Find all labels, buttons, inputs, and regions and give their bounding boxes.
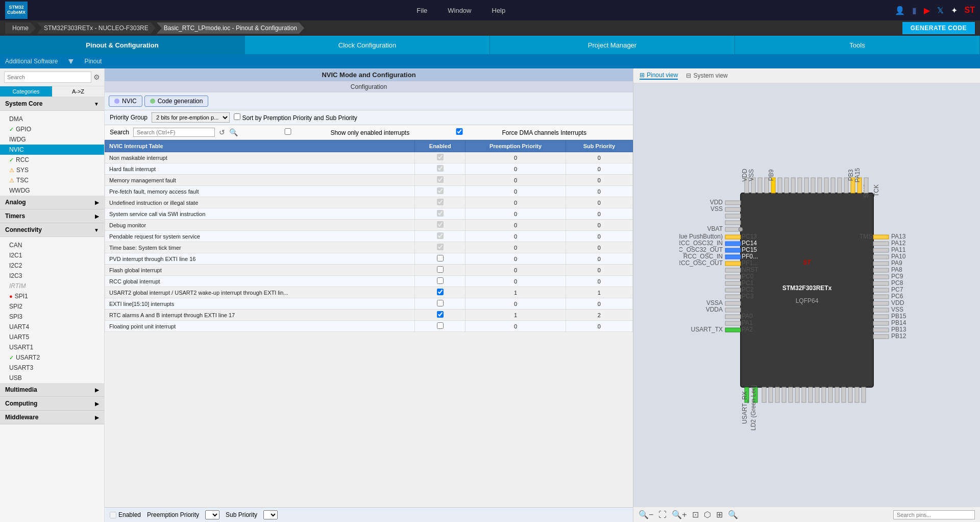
sidebar-item-tsc[interactable]: ⚠ TSC [0,175,104,185]
sidebar-section-multimedia-header[interactable]: Multimedia ▶ [0,383,104,397]
sidebar-tab-az[interactable]: A->Z [52,86,104,97]
sort-checkbox[interactable] [234,113,240,120]
sidebar-item-sys[interactable]: ⚠ SYS [0,165,104,175]
sidebar-item-spi2[interactable]: SPI2 [0,301,104,312]
breadcrumb-home[interactable]: Home [5,22,36,34]
force-dma-label[interactable]: Force DMA channels Interrupts [419,128,586,136]
sidebar-item-usart1[interactable]: USART1 [0,342,104,352]
enabled-checkbox[interactable] [437,277,444,284]
sidebar-item-wwdg[interactable]: WWDG [0,185,104,196]
enabled-checkbox[interactable] [437,176,444,183]
sidebar-section-connectivity-header[interactable]: Connectivity ▼ [0,223,104,237]
nvic-search-input[interactable] [133,128,215,137]
sidebar-item-can[interactable]: CAN [0,240,104,250]
enabled-cell[interactable] [415,276,465,287]
facebook-icon[interactable]: ▮ [912,6,917,15]
enabled-cell[interactable] [415,310,465,321]
enabled-checkbox[interactable] [437,210,444,217]
menu-window[interactable]: Window [448,7,471,14]
sidebar-item-nvic[interactable]: NVIC [0,145,104,155]
breadcrumb-device[interactable]: STM32F303RETx - NUCLEO-F303RE [37,22,156,34]
footer-preemption-select[interactable] [205,510,219,519]
priority-group-select[interactable]: 2 bits for pre-emption p... [152,112,230,123]
sort-label[interactable]: Sort by Premption Priority and Sub Prior… [234,113,357,122]
grid-btn[interactable]: ⊞ [716,510,723,519]
enabled-cell[interactable] [415,298,465,310]
enabled-checkbox[interactable] [437,165,444,172]
sidebar-item-gpio[interactable]: ✓ GPIO [0,124,104,134]
nvic-tab-nvic[interactable]: NVIC [109,96,142,107]
footer-enabled-checkbox[interactable] [110,512,116,518]
twitter-icon[interactable]: 𝕏 [937,6,944,15]
enabled-cell[interactable] [415,186,465,197]
enabled-cell[interactable] [415,208,465,220]
sidebar-item-irtim[interactable]: IRTIM [0,281,104,291]
youtube-icon[interactable]: ▶ [924,6,930,15]
user-icon[interactable]: 👤 [895,6,905,15]
sidebar-section-middleware-header[interactable]: Middleware ▶ [0,411,104,424]
zoom-in-btn[interactable]: 🔍+ [672,510,687,519]
enabled-checkbox[interactable] [437,255,444,262]
sidebar-item-i2c1[interactable]: I2C1 [0,250,104,260]
show-only-enabled-checkbox[interactable] [247,128,329,135]
tab-tools[interactable]: Tools [735,36,980,54]
generate-code-button[interactable]: GENERATE CODE [902,22,975,34]
pinout-view-tab[interactable]: ⊞ Pinout view [640,72,678,80]
fit-btn[interactable]: ⊡ [692,510,699,519]
enabled-cell[interactable] [415,231,465,242]
sidebar-item-usart2[interactable]: ✓ USART2 [0,352,104,363]
show-only-enabled-label[interactable]: Show only enabled interrupts [247,128,409,136]
sidebar-section-timers-header[interactable]: Timers ▶ [0,209,104,223]
enabled-cell[interactable] [415,152,465,163]
search-pin-icon[interactable]: 🔍 [728,510,738,519]
search-find-icon[interactable]: 🔍 [229,128,238,136]
enabled-checkbox[interactable] [437,187,444,194]
sidebar-item-usb[interactable]: USB [0,373,104,383]
enabled-cell[interactable] [415,220,465,231]
nvic-tab-codegen[interactable]: Code generation [144,96,209,107]
sidebar-section-computing-header[interactable]: Computing ▶ [0,397,104,411]
sub-tab-pinout[interactable]: Pinout [84,58,102,65]
sidebar-item-uart4[interactable]: UART4 [0,322,104,332]
tab-clock-config[interactable]: Clock Configuration [245,36,490,54]
enabled-checkbox[interactable] [437,244,444,250]
zoom-out-btn[interactable]: 🔍− [639,510,653,519]
enabled-cell[interactable] [415,163,465,175]
sidebar-search-input[interactable] [4,72,91,83]
sidebar-section-system-core-header[interactable]: System Core ▼ [0,97,104,111]
tab-pinout-config[interactable]: Pinout & Configuration [0,36,245,54]
enabled-checkbox[interactable] [437,289,444,295]
sidebar-item-spi3[interactable]: SPI3 [0,312,104,322]
system-view-tab[interactable]: ⊟ System view [686,72,727,79]
sidebar-item-i2c2[interactable]: I2C2 [0,260,104,271]
pinout-search-input[interactable] [893,510,975,519]
sidebar-item-dma[interactable]: DMA [0,114,104,124]
sidebar-item-uart5[interactable]: UART5 [0,332,104,342]
enabled-cell[interactable] [415,242,465,253]
sub-tab-additional-software[interactable]: Additional Software [5,58,58,65]
enabled-cell[interactable] [415,321,465,332]
menu-file[interactable]: File [416,7,427,14]
export-btn[interactable]: ⬡ [704,510,711,519]
sidebar-gear-icon[interactable]: ⚙ [93,73,100,81]
enabled-checkbox[interactable] [437,232,444,239]
enabled-cell[interactable] [415,265,465,276]
force-dma-checkbox[interactable] [419,128,500,135]
expand-btn[interactable]: ⛶ [658,510,667,519]
sidebar-tab-categories[interactable]: Categories [0,86,52,97]
sidebar-item-i2c3[interactable]: I2C3 [0,271,104,281]
sidebar-section-analog-header[interactable]: Analog ▶ [0,196,104,209]
sidebar-item-spi1[interactable]: ● SPI1 [0,291,104,301]
enabled-cell[interactable] [415,175,465,186]
search-reset-icon[interactable]: ↺ [219,128,225,136]
enabled-checkbox[interactable] [437,199,444,205]
enabled-checkbox[interactable] [437,311,444,318]
enabled-cell[interactable] [415,197,465,208]
enabled-cell[interactable] [415,253,465,265]
tab-project-manager[interactable]: Project Manager [490,36,735,54]
enabled-checkbox[interactable] [437,266,444,273]
sidebar-item-iwdg[interactable]: IWDG [0,134,104,145]
enabled-checkbox[interactable] [437,300,444,306]
enabled-checkbox[interactable] [437,221,444,228]
footer-sub-select[interactable] [263,510,278,519]
